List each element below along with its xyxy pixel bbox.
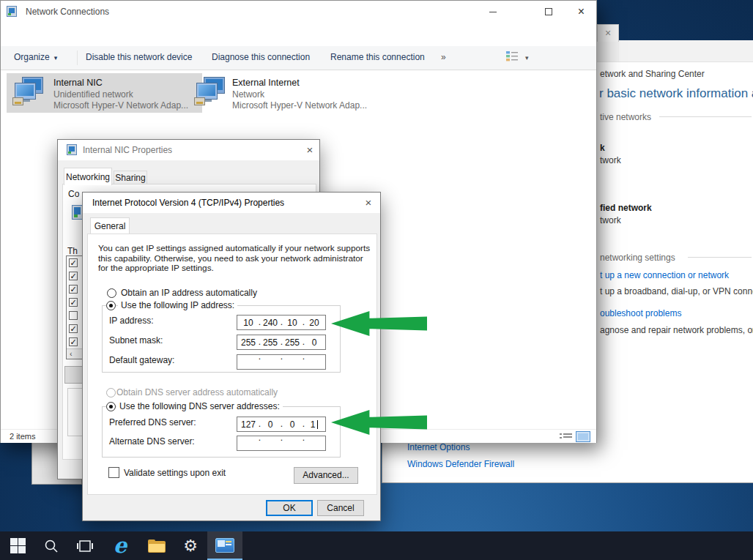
nic-item-row[interactable] — [67, 256, 83, 269]
nsc-network1-type: twork — [600, 155, 621, 165]
command-toolbar: Organize Disable this network device Dia… — [1, 46, 596, 70]
details-view-icon[interactable] — [560, 433, 572, 441]
alternate-dns-label: Alternate DNS server: — [109, 436, 195, 447]
window-title: Network Connections — [26, 7, 109, 17]
radio-use-ip-label[interactable]: Use the following IP address: — [118, 300, 237, 310]
checked-checkbox-icon[interactable] — [69, 298, 78, 307]
default-gateway-input[interactable] — [237, 354, 326, 370]
nsc-link-new-connection[interactable]: t up a new connection or network — [600, 270, 729, 280]
network-connections-taskbar-button[interactable] — [207, 531, 242, 560]
disable-device-button[interactable]: Disable this network device — [86, 52, 192, 62]
nsc-link-defender-firewall[interactable]: Windows Defender Firewall — [407, 459, 514, 469]
adapter-properties-icon — [67, 144, 77, 155]
preferred-dns-label: Preferred DNS server: — [109, 417, 196, 428]
close-button[interactable] — [565, 1, 598, 23]
install-button-fragment[interactable] — [64, 366, 84, 384]
preferred-dns-input[interactable]: 127001 — [237, 417, 326, 432]
diagnose-connection-button[interactable]: Diagnose this connection — [212, 52, 310, 62]
start-button[interactable] — [4, 531, 31, 560]
title-bar[interactable]: Network Connections — [1, 1, 596, 23]
close-icon[interactable] — [303, 143, 317, 157]
nsc-link-troubleshoot[interactable]: oubleshoot problems — [600, 308, 681, 318]
view-dropdown-icon[interactable]: ▾ — [525, 54, 529, 61]
maximize-button[interactable] — [532, 1, 565, 23]
default-gateway-label: Default gateway: — [109, 355, 174, 365]
alternate-dns-input[interactable] — [237, 436, 326, 451]
background-window-tab[interactable] — [597, 24, 619, 42]
radio-use-ip[interactable] — [106, 301, 116, 310]
minimize-button[interactable] — [476, 1, 509, 23]
validate-settings-label[interactable]: Validate settings upon exit — [124, 468, 226, 478]
nic-item-row[interactable] — [67, 283, 83, 296]
ipv4-properties-dialog: Internet Protocol Version 4 (TCP/IPv4) P… — [82, 192, 381, 521]
ip-address-input[interactable]: 102401020 — [237, 315, 326, 330]
adapter-network: Network — [232, 89, 264, 100]
address-bar: ← → ∨ ↑ Control Panel Network and Intern… — [1, 23, 596, 46]
file-explorer-button[interactable] — [144, 531, 170, 560]
dialog-intro-text: You can get IP settings assigned automat… — [98, 244, 372, 274]
unchecked-checkbox-icon[interactable] — [69, 311, 78, 320]
toolbar-overflow-button[interactable]: » — [441, 52, 446, 62]
checked-checkbox-icon[interactable] — [69, 285, 78, 294]
tab-networking[interactable]: Networking — [64, 168, 112, 185]
subnet-mask-input[interactable]: 2552552550 — [237, 335, 326, 350]
ok-button[interactable]: OK — [266, 500, 313, 516]
adapter-item-internal-nic[interactable]: Internal NIC Unidentified network Micros… — [7, 73, 202, 113]
ip-address-label: IP address: — [109, 316, 153, 326]
dialog-title: Internet Protocol Version 4 (TCP/IPv4) P… — [92, 198, 284, 208]
settings-button[interactable]: ⚙ — [177, 531, 204, 560]
internet-explorer-button[interactable]: e — [107, 531, 133, 560]
description-groupbox-fragment — [67, 388, 84, 436]
scroll-left-icon[interactable] — [67, 348, 83, 359]
adapter-item-external-internet[interactable]: External Internet Network Microsoft Hype… — [190, 73, 382, 113]
checked-checkbox-icon[interactable] — [69, 337, 78, 346]
nsc-breadcrumb-fragment: etwork and Sharing Center — [600, 69, 705, 79]
nic-item-row[interactable] — [67, 296, 83, 309]
adapter-device: Microsoft Hyper-V Network Adap... — [232, 100, 367, 111]
checked-checkbox-icon[interactable] — [69, 324, 78, 333]
radio-obtain-dns-auto[interactable] — [106, 388, 116, 397]
task-view-button[interactable] — [72, 531, 98, 560]
checked-checkbox-icon[interactable] — [69, 258, 78, 267]
connection-items-list[interactable] — [66, 255, 84, 359]
close-icon[interactable] — [361, 195, 376, 210]
radio-obtain-dns-auto-label: Obtain DNS server address automatically — [116, 387, 278, 397]
change-view-icon[interactable] — [506, 51, 519, 61]
dialog-title: Internal NIC Properties — [83, 145, 172, 155]
nic-item-row[interactable] — [67, 322, 83, 335]
taskbar-search-button[interactable] — [38, 531, 64, 560]
dialog-title-bar[interactable]: Internal NIC Properties — [58, 140, 319, 160]
advanced-button[interactable]: Advanced... — [294, 467, 358, 484]
tab-general[interactable]: General — [90, 217, 130, 234]
cancel-button[interactable]: Cancel — [317, 500, 364, 516]
task-view-icon — [77, 540, 93, 553]
close-icon[interactable] — [605, 28, 611, 39]
rename-connection-button[interactable]: Rename this connection — [330, 52, 425, 62]
gear-icon: ⚙ — [183, 538, 198, 554]
nic-item-row[interactable] — [67, 309, 83, 322]
nsc-network2-type: twork — [600, 215, 621, 225]
organize-button[interactable]: Organize — [14, 52, 57, 62]
taskbar: e ⚙ — [0, 531, 753, 560]
checked-checkbox-icon[interactable] — [69, 272, 78, 280]
radio-use-dns-label[interactable]: Use the following DNS server addresses: — [116, 401, 283, 411]
network-connections-app-icon — [215, 538, 234, 553]
nsc-network1-name: k — [600, 143, 605, 153]
windows-logo-icon — [10, 538, 26, 553]
radio-obtain-ip-auto[interactable] — [107, 288, 116, 298]
nsc-text-broadband: t up a broadband, dial-up, or VPN conne — [600, 286, 753, 296]
network-connections-icon — [7, 6, 17, 17]
radio-obtain-ip-auto-label[interactable]: Obtain an IP address automatically — [121, 288, 257, 298]
validate-settings-checkbox[interactable] — [108, 467, 119, 478]
radio-use-dns[interactable] — [106, 402, 116, 411]
nsc-link-internet-options[interactable]: Internet Options — [407, 442, 470, 452]
internet-explorer-icon: e — [114, 535, 127, 556]
large-icons-view-icon[interactable] — [576, 431, 590, 442]
search-icon — [44, 539, 59, 553]
nic-item-row[interactable] — [67, 335, 83, 348]
nsc-text-diagnose: agnose and repair network problems, or g — [600, 325, 753, 335]
tab-sharing[interactable]: Sharing — [114, 171, 147, 184]
dialog-title-bar[interactable]: Internet Protocol Version 4 (TCP/IPv4) P… — [83, 193, 380, 213]
nic-item-row[interactable] — [67, 269, 83, 283]
folder-icon — [148, 540, 166, 553]
